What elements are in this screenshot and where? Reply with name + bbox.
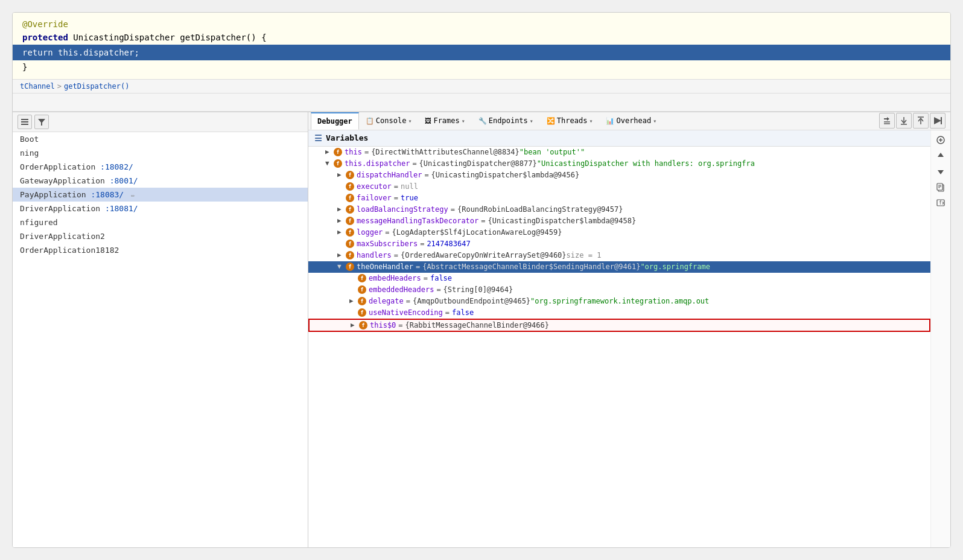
code-line-4: } [22, 60, 941, 74]
run-to-cursor-btn[interactable] [930, 113, 946, 129]
evaluate-btn[interactable]: fx [933, 196, 948, 210]
var-name-dispatchhandler: dispatchHandler [357, 171, 422, 179]
tab-console-label: Console [376, 116, 407, 125]
tab-console[interactable]: 📋 Console ▾ [359, 112, 419, 129]
var-value-executor: null [401, 182, 418, 191]
expand-this0[interactable] [351, 321, 359, 329]
field-icon-executor: f [346, 182, 354, 191]
var-name-this0: this$0 [370, 321, 396, 329]
svg-rect-1 [21, 121, 28, 122]
list-item-gatewayapplication[interactable]: GatewayApplication :8001/ [13, 174, 308, 188]
field-icon-theonehandler: f [346, 262, 354, 271]
list-item-ning[interactable]: ning [13, 146, 308, 160]
tab-debugger[interactable]: Debugger [311, 112, 359, 130]
expand-handlers[interactable] [337, 251, 346, 259]
var-name-lbs: loadBalancingStrategy [357, 205, 448, 214]
field-icon-delegate: f [358, 297, 366, 305]
var-row-maxsub[interactable]: f maxSubscribers = 2147483647 [308, 238, 930, 250]
code-annotation: @Override [22, 19, 68, 29]
expand-logger[interactable] [337, 228, 346, 236]
copy-value-btn[interactable] [933, 180, 948, 194]
var-value-theonehandler: {AbstractMessageChannelBinder$SendingHan… [422, 262, 640, 271]
var-value-logger: {LogAdapter$Slf4jLocationAwareLog@9459} [392, 228, 562, 237]
svg-marker-3 [38, 119, 45, 126]
var-value-lbs: {RoundRobinLoadBalancingStrategy@9457} [457, 205, 623, 214]
tab-frames-label: Frames [433, 116, 459, 125]
expand-delegate[interactable] [349, 297, 358, 305]
move-up-btn[interactable] [933, 148, 948, 163]
tab-endpoints[interactable]: 🔧 Endpoints ▾ [472, 112, 540, 129]
var-row-mhtd[interactable]: f messageHandlingTaskDecorator = {Unicas… [308, 215, 930, 227]
variables-header: ☰ Variables [308, 130, 930, 147]
threads-arrow: ▾ [589, 118, 593, 124]
var-value-usenativeencoding: false [452, 308, 474, 317]
overhead-arrow: ▾ [653, 118, 656, 124]
overhead-icon: 📊 [606, 117, 614, 125]
app-list: Boot ning OrderApplication :18082/ Gatew… [13, 132, 308, 547]
expand-lbs[interactable] [337, 205, 346, 213]
list-item-payapplication[interactable]: PayApplication :18083/ ✏ [13, 188, 308, 202]
list-item-driverapplication[interactable]: DriverApplication :18081/ [13, 202, 308, 215]
debugger-tabs: Debugger 📋 Console ▾ 🖼 Frames ▾ 🔧 Endpoi… [308, 112, 950, 130]
spacer [13, 94, 950, 112]
var-value-handlers: {OrderedAwareCopyOnWriteArraySet@9460} [401, 251, 567, 259]
list-icon-btn[interactable] [17, 115, 32, 129]
svg-text:fx: fx [939, 200, 945, 206]
expand-dispatcher[interactable] [325, 159, 334, 167]
var-row-executor[interactable]: f executor = null [308, 181, 930, 192]
svg-rect-2 [21, 124, 28, 125]
var-row-embeddedheaders[interactable]: f embeddedHeaders = {String[0]@9464} [308, 284, 930, 296]
svg-marker-10 [934, 117, 941, 124]
list-item-orderapplication18182[interactable]: OrderApplication18182 [13, 243, 308, 257]
var-value-this: {DirectWithAttributesChannel@8834} [371, 148, 520, 156]
var-row-lbs[interactable]: f loadBalancingStrategy = {RoundRobinLoa… [308, 204, 930, 215]
var-value-delegate: {AmqpOutboundEndpoint@9465} [413, 297, 530, 305]
code-line-3-highlighted: return this.dispatcher; [22, 45, 941, 60]
var-row-logger[interactable]: f logger = {LogAdapter$Slf4jLocationAwar… [308, 227, 930, 238]
var-row-this-dispatcher[interactable]: f this.dispatcher = {UnicastingDispatche… [308, 158, 930, 170]
var-name-maxsub: maxSubscribers [357, 240, 418, 248]
list-item-orderapplication[interactable]: OrderApplication :18082/ [13, 160, 308, 174]
expand-this[interactable] [325, 148, 334, 156]
field-icon-this: f [334, 148, 342, 156]
list-item-driverapplication2[interactable]: DriverApplication2 [13, 229, 308, 243]
tab-overhead[interactable]: 📊 Overhead ▾ [599, 112, 663, 129]
var-value-embeddedheaders: {String[0]@9464} [443, 285, 513, 294]
field-icon-maxsub: f [346, 240, 354, 248]
expand-theonehandler[interactable] [337, 262, 346, 270]
filter-icon-btn[interactable] [34, 115, 49, 129]
panel-with-side: ☰ Variables f this = {DirectWithAttribut… [308, 130, 950, 547]
code-return-statement: return this.dispatcher; [13, 45, 950, 60]
var-row-this0[interactable]: f this$0 = {RabbitMessageChannelBinder@9… [308, 319, 930, 332]
var-row-embedheaders[interactable]: f embedHeaders = false [308, 273, 930, 284]
field-icon-lbs: f [346, 205, 354, 214]
var-row-theonehandler[interactable]: f theOneHandler = {AbstractMessageChanne… [308, 261, 930, 273]
var-row-usenativeencoding[interactable]: f useNativeEncoding = false [308, 307, 930, 319]
var-row-dispatchhandler[interactable]: f dispatchHandler = {UnicastingDispatche… [308, 170, 930, 181]
field-icon-failover: f [346, 194, 354, 202]
breadcrumb-part1[interactable]: tChannel [20, 82, 55, 91]
move-down-btn[interactable] [933, 164, 948, 179]
svg-marker-15 [938, 153, 944, 157]
add-to-watches-btn[interactable] [933, 133, 948, 147]
var-string-theonehandler: "org.springframe [640, 262, 710, 271]
var-name-theonehandler: theOneHandler [357, 262, 413, 271]
endpoints-icon: 🔧 [478, 117, 487, 125]
var-row-failover[interactable]: f failover = true [308, 192, 930, 204]
variables-title: Variables [326, 133, 368, 142]
tab-threads[interactable]: 🔀 Threads ▾ [540, 112, 600, 129]
step-into-btn[interactable] [896, 113, 912, 129]
endpoints-arrow: ▾ [530, 118, 533, 124]
var-row-this[interactable]: f this = {DirectWithAttributesChannel@88… [308, 147, 930, 158]
expand-mhtd[interactable] [337, 217, 346, 224]
list-item-boot[interactable]: Boot [13, 132, 308, 146]
var-row-handlers[interactable]: f handlers = {OrderedAwareCopyOnWriteArr… [308, 250, 930, 261]
var-type-handlers: size = 1 [567, 251, 602, 259]
step-out-btn[interactable] [913, 113, 929, 129]
breadcrumb-part2[interactable]: getDispatcher() [64, 82, 129, 91]
step-over-btn[interactable] [879, 113, 895, 129]
list-item-nfigured[interactable]: nfigured [13, 215, 308, 229]
expand-dispatchhandler[interactable] [337, 171, 346, 179]
tab-frames[interactable]: 🖼 Frames ▾ [418, 112, 471, 129]
var-row-delegate[interactable]: f delegate = {AmqpOutboundEndpoint@9465}… [308, 296, 930, 307]
